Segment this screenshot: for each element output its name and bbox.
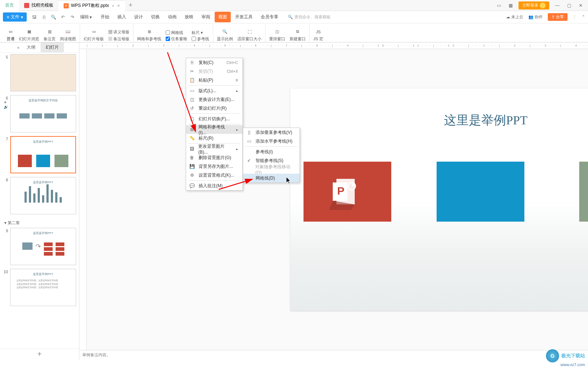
tab-menu-icon[interactable]: ⚬ — [111, 3, 115, 8]
tab-home[interactable]: 首页 — [0, 0, 19, 11]
preview-icon[interactable]: 🔍 — [50, 14, 57, 20]
ctx-grid-guides[interactable]: ⊞网格和参考线(I)...▸ — [186, 125, 242, 134]
ctx-reset[interactable]: ↺重设幻灯片(R) — [186, 104, 242, 113]
opt-guides[interactable]: 参考线 — [192, 36, 209, 42]
tab-dev[interactable]: 开发工具 — [231, 12, 256, 22]
opt-ruler[interactable]: 标尺 ▾ — [192, 30, 209, 35]
card-powerpoint: P — [304, 162, 391, 222]
close-window-button[interactable]: ✕ — [577, 2, 584, 9]
tab-transition[interactable]: 切换 — [147, 12, 163, 22]
view-notes[interactable]: ▥备注页 — [44, 28, 56, 42]
slide-viewport[interactable]: 这里是举例PPT P — [87, 49, 588, 350]
watermark: G 极光下载站 www.xz7.com — [546, 349, 585, 367]
tab-insert[interactable]: 插入 — [114, 12, 130, 22]
ctx-copy[interactable]: ⎘复制(C)Ctrl+C — [186, 58, 242, 67]
tab-document[interactable]: P WPS PPT教程.pptx ⚬ ✕ — [59, 0, 125, 11]
ctx-paste[interactable]: 📋粘贴(P)⎘ — [186, 76, 242, 84]
close-icon[interactable]: ✕ — [117, 4, 120, 8]
add-slide-button[interactable]: + — [0, 349, 79, 359]
tab-view[interactable]: 视图 — [215, 12, 231, 22]
thumb-8[interactable]: 8 这里是举例PPT — [3, 177, 76, 214]
undo-icon[interactable]: ↶ — [60, 14, 66, 20]
watermark-logo-icon: G — [546, 349, 559, 362]
minimize-button[interactable]: — — [554, 2, 561, 9]
layout-icon[interactable]: ▭ — [495, 2, 502, 9]
tab-review[interactable]: 审阅 — [198, 12, 214, 22]
arrange-windows[interactable]: ◫重排窗口 — [269, 28, 285, 42]
ctx-add-v-guide[interactable]: ▯添加垂直参考线(V) — [243, 128, 299, 137]
ctx-bg-format[interactable]: ⚙设置背景格式(K)... — [186, 171, 242, 180]
tab-animation[interactable]: 动画 — [164, 12, 180, 22]
menu-bar: ≡ 文件 ▾ 🖫 ⎙ 🔍 ↶ ↷ 编辑 ▾ 开始 插入 设计 切换 动画 放映 … — [0, 11, 588, 23]
thumb-5[interactable]: 5 — [3, 54, 76, 91]
tab-outline[interactable]: 大纲 — [22, 42, 41, 52]
more-icon[interactable]: ⋮ — [573, 15, 577, 19]
context-submenu-grid: ▯添加垂直参考线(V) ▭添加水平参考线(H) 参考线(I) ✓智能参考线(S)… — [243, 128, 300, 183]
section-label[interactable]: ▾ 第二章 — [3, 218, 76, 228]
tab-start[interactable]: 开始 — [97, 12, 113, 22]
new-window[interactable]: ⧉新建窗口 — [290, 28, 306, 42]
login-button[interactable]: 立即登录 — [519, 1, 549, 10]
ctx-layout[interactable]: ▭版式(L)...▸ — [186, 86, 242, 95]
zoom[interactable]: 🔍显示比例 — [217, 28, 233, 42]
ctx-bg-change[interactable]: 🖼更改背景图片(B)...▸ — [186, 144, 242, 153]
view-normal[interactable]: ▭普通 — [7, 28, 15, 42]
ctx-cut[interactable]: ✂剪切(T)Ctrl+X — [186, 67, 242, 76]
opt-grid[interactable]: 网格线 — [166, 30, 187, 35]
print-icon[interactable]: ⎙ — [41, 14, 47, 20]
sound-icon: 🔊 — [4, 105, 8, 109]
ctx-transition[interactable]: ▢幻灯片切换(F)... — [186, 114, 242, 123]
tab-docer[interactable]: 找稻壳模板 — [19, 0, 59, 11]
ctx-comment[interactable]: 💬插入批注(M) — [186, 181, 242, 190]
maximize-button[interactable]: ▢ — [565, 2, 573, 9]
thumbnail-list[interactable]: 5 6 ★🔊 这里是举例的文字内容 7 这里是举例PPT — [0, 53, 79, 349]
search-input[interactable]: 🔍 查找命令、搜索模板 — [288, 14, 331, 20]
paste-icon: 📋 — [189, 77, 195, 83]
view-sorter[interactable]: ▦幻灯片浏览 — [19, 28, 39, 42]
fit-window[interactable]: ⛶适应窗口大小 — [237, 28, 261, 42]
slide-master[interactable]: ▭幻灯片母版 — [84, 28, 104, 42]
ctx-bg-delete[interactable]: 🗑删除背景图片(G) — [186, 153, 242, 162]
grid-guides[interactable]: ⊞网格和参考线 — [137, 28, 161, 42]
tab-label: WPS PPT教程.pptx — [71, 3, 109, 9]
hline-icon: ▭ — [246, 138, 252, 144]
tab-design[interactable]: 设计 — [131, 12, 147, 22]
thumb-7[interactable]: 7 这里是举例PPT — [3, 136, 76, 173]
js-macro[interactable]: JSJS 宏 — [313, 28, 323, 42]
slide-canvas[interactable]: 这里是举例PPT P — [290, 89, 588, 311]
notes-footer[interactable]: 举例备注内容。 — [79, 350, 588, 359]
file-menu[interactable]: ≡ 文件 ▾ — [3, 12, 27, 22]
svg-text:P: P — [337, 185, 344, 197]
reading-view-icon: 📖 — [64, 28, 72, 35]
save-icon[interactable]: 🖫 — [31, 14, 38, 20]
slide-title: 这里是举例PPT — [444, 112, 528, 129]
card-blue — [437, 162, 524, 222]
tab-vip[interactable]: 会员专享 — [257, 12, 282, 22]
share-button[interactable]: ⇪ 分享 — [548, 13, 568, 21]
collapse-panel-icon[interactable]: « — [15, 45, 22, 50]
opt-taskpane[interactable]: 任务窗格 — [166, 36, 187, 42]
add-tab-button[interactable]: + — [125, 0, 136, 11]
cloud-status[interactable]: ☁ 未上云 — [506, 14, 523, 20]
view-reading[interactable]: 📖阅读视图 — [60, 28, 76, 42]
tab-slideshow[interactable]: 放映 — [181, 12, 197, 22]
tab-slides[interactable]: 幻灯片 — [41, 42, 64, 52]
edit-menu[interactable]: 编辑 ▾ — [80, 14, 92, 20]
ctx-bg-save[interactable]: 💾背景另存为图片... — [186, 162, 242, 171]
handout-master[interactable]: ▦ 讲义母版 — [108, 29, 129, 35]
ctx-design[interactable]: ◫更换设计方案(E)... — [186, 95, 242, 104]
ctx-guides[interactable]: 参考线(I) — [243, 147, 299, 156]
notes-master[interactable]: ▥ 备注母版 — [108, 36, 129, 42]
collab-button[interactable]: 👥 协作 — [528, 14, 543, 20]
collapse-ribbon-icon[interactable]: ⌃ — [582, 15, 585, 19]
ctx-ruler[interactable]: 📏标尺(R) — [186, 134, 242, 143]
redo-icon[interactable]: ↷ — [69, 14, 76, 20]
format-icon: ⚙ — [189, 172, 195, 178]
wps-p-icon: P — [64, 3, 69, 8]
thumb-6[interactable]: 6 ★🔊 这里是举例的文字内容 — [3, 95, 76, 132]
normal-view-icon: ▭ — [7, 28, 15, 35]
thumb-10[interactable]: 10 这里是举例PPT 这里是举例文字内容。这里是举例文字内容这里是举例文字内容… — [3, 269, 76, 306]
thumb-9[interactable]: 9 这里是举例PPT ↷ — [3, 228, 76, 265]
apps-icon[interactable]: ▦ — [507, 2, 514, 9]
ctx-add-h-guide[interactable]: ▭添加水平参考线(H) — [243, 137, 299, 146]
